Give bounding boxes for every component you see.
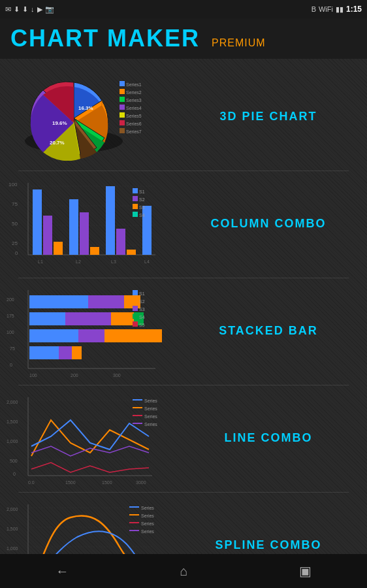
svg-rect-69 [29,329,78,342]
svg-rect-38 [90,247,99,255]
svg-text:0.0: 0.0 [28,480,35,485]
svg-rect-37 [80,212,89,255]
svg-text:S1: S1 [139,189,145,194]
svg-text:Series: Series [141,506,154,510]
svg-text:S5: S5 [139,323,145,327]
svg-text:300: 300 [113,373,121,378]
svg-text:100: 100 [8,182,18,188]
svg-rect-33 [33,189,42,255]
svg-text:Series: Series [141,529,154,534]
svg-rect-65 [29,312,65,325]
svg-rect-75 [72,346,82,359]
svg-rect-53 [133,212,138,217]
email-icon: ✉ [5,5,11,14]
wifi-icon: WiFi [319,5,333,13]
svg-rect-51 [133,204,138,209]
svg-text:Series3: Series3 [126,98,142,103]
svg-rect-35 [54,242,63,255]
status-icons-left: ✉ ⬇ ⬇ ↓ ▶ 📷 [5,5,54,14]
svg-rect-67 [111,312,134,325]
svg-text:Series4: Series4 [126,106,142,110]
svg-text:Series6: Series6 [126,122,142,126]
stacked-chart-row[interactable]: 200 175 100 75 0 [0,280,367,382]
svg-rect-49 [133,196,138,201]
svg-rect-62 [29,295,88,308]
svg-rect-18 [120,120,125,125]
stacked-chart-label: Stacked Bar [175,323,362,338]
svg-rect-66 [65,312,111,325]
svg-rect-87 [133,321,138,327]
bluetooth-icon: B [311,5,316,13]
svg-rect-10 [120,89,125,94]
svg-rect-63 [88,295,124,308]
svg-text:25: 25 [12,240,18,246]
title-chart: CHarT [10,25,99,52]
svg-text:1,500: 1,500 [7,419,18,424]
svg-text:Series: Series [141,514,154,518]
spline-chart-thumb: 2,000 1,500 1,000 500 0 -300 1000 [5,498,175,554]
svg-text:50: 50 [12,221,18,227]
svg-text:1500: 1500 [102,480,112,485]
svg-text:Series: Series [144,414,157,419]
svg-rect-40 [116,229,125,255]
svg-text:S2: S2 [139,197,145,202]
svg-rect-14 [120,105,125,110]
svg-text:0: 0 [10,363,12,367]
svg-text:16.3%: 16.3% [78,105,93,111]
svg-text:Series1: Series1 [126,82,142,87]
line-chart-thumb: 2,000 1,500 1,000 500 0 0.0 [5,391,175,485]
divider-1 [18,171,349,171]
svg-text:L1: L1 [38,259,43,264]
pie-chart-thumb: 19.6% 16.3% 20.7% Series1 Series2 Series… [5,69,175,164]
back-button[interactable]: ← [42,559,82,584]
svg-rect-12 [120,97,125,102]
svg-text:Series: Series [144,422,157,427]
title-maker: MaKer [107,25,200,52]
svg-rect-34 [43,216,52,255]
svg-text:75: 75 [12,201,18,207]
svg-text:1,000: 1,000 [7,546,18,551]
svg-rect-39 [106,186,115,255]
svg-rect-79 [133,290,138,295]
home-button[interactable]: ⌂ [167,559,200,584]
title-premium: premium [212,37,266,48]
svg-text:100: 100 [29,373,37,378]
svg-rect-83 [133,306,138,311]
svg-rect-20 [120,128,125,133]
navigation-bar: ← ⌂ ▣ [0,554,367,588]
spline-chart-row[interactable]: 2,000 1,500 1,000 500 0 -300 1000 [0,494,367,554]
svg-rect-70 [78,329,104,342]
line-chart-row[interactable]: 2,000 1,500 1,000 500 0 0.0 [0,387,367,489]
svg-text:75: 75 [10,346,15,351]
svg-text:S1: S1 [139,291,145,296]
svg-rect-85 [133,314,138,319]
svg-text:1,000: 1,000 [7,439,18,444]
svg-text:Series5: Series5 [126,114,142,118]
svg-text:3000: 3000 [136,480,146,485]
svg-rect-36 [69,199,78,255]
svg-rect-74 [59,346,72,359]
play-icon: ▶ [37,5,42,14]
svg-text:175: 175 [7,314,14,318]
svg-text:L4: L4 [144,259,150,264]
svg-text:L2: L2 [76,259,81,264]
spline-chart-label: Spline Combo [175,538,362,553]
content-area: 19.6% 16.3% 20.7% Series1 Series2 Series… [0,59,367,554]
svg-text:200: 200 [71,373,78,378]
svg-text:Series7: Series7 [126,129,142,134]
app-header: CHarT MaKer premium [0,18,367,59]
svg-text:0: 0 [13,472,16,476]
pie-chart-label: 3D Pie Chart [175,109,362,124]
svg-rect-41 [127,250,136,255]
recent-apps-button[interactable]: ▣ [286,558,325,584]
divider-4 [18,492,349,493]
svg-rect-81 [133,298,138,303]
column-chart-row[interactable]: 100 75 50 25 0 [0,172,367,275]
pie-chart-row[interactable]: 19.6% 16.3% 20.7% Series1 Series2 Series… [0,65,367,168]
svg-text:S4: S4 [139,315,145,319]
svg-text:S4: S4 [139,213,145,218]
svg-text:Series2: Series2 [126,90,142,95]
status-bar: ✉ ⬇ ⬇ ↓ ▶ 📷 B WiFi ▮▮ 1:15 [0,0,367,18]
svg-rect-64 [124,295,140,308]
svg-text:Series: Series [141,521,154,526]
